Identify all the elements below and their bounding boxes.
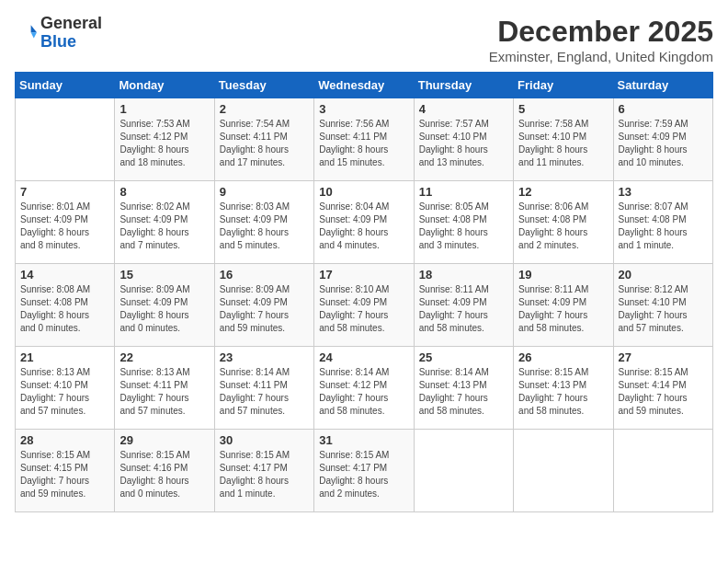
calendar-cell: 23Sunrise: 8:14 AMSunset: 4:11 PMDayligh… bbox=[214, 347, 313, 430]
calendar-cell: 28Sunrise: 8:15 AMSunset: 4:15 PMDayligh… bbox=[16, 430, 115, 512]
day-info: Sunrise: 8:09 AMSunset: 4:09 PMDaylight:… bbox=[220, 283, 309, 335]
day-info: Sunrise: 8:09 AMSunset: 4:09 PMDaylight:… bbox=[119, 283, 209, 335]
calendar-cell: 29Sunrise: 8:15 AMSunset: 4:16 PMDayligh… bbox=[115, 430, 214, 512]
calendar-cell: 25Sunrise: 8:14 AMSunset: 4:13 PMDayligh… bbox=[414, 347, 513, 430]
day-header-thursday: Thursday bbox=[414, 73, 513, 98]
day-info: Sunrise: 8:15 AMSunset: 4:14 PMDaylight:… bbox=[619, 366, 708, 418]
calendar-cell: 19Sunrise: 8:11 AMSunset: 4:09 PMDayligh… bbox=[514, 264, 613, 347]
calendar-cell: 27Sunrise: 8:15 AMSunset: 4:14 PMDayligh… bbox=[613, 347, 712, 430]
day-info: Sunrise: 8:03 AMSunset: 4:09 PMDaylight:… bbox=[220, 201, 309, 252]
calendar-week-row: 28Sunrise: 8:15 AMSunset: 4:15 PMDayligh… bbox=[16, 430, 713, 512]
day-number: 16 bbox=[220, 268, 309, 282]
day-info: Sunrise: 8:05 AMSunset: 4:08 PMDaylight:… bbox=[419, 201, 508, 252]
calendar-week-row: 14Sunrise: 8:08 AMSunset: 4:08 PMDayligh… bbox=[16, 264, 713, 347]
calendar-cell: 26Sunrise: 8:15 AMSunset: 4:13 PMDayligh… bbox=[514, 347, 613, 430]
calendar-week-row: 1Sunrise: 7:53 AMSunset: 4:12 PMDaylight… bbox=[16, 98, 713, 181]
day-number: 19 bbox=[518, 268, 608, 282]
calendar-cell: 4Sunrise: 7:57 AMSunset: 4:10 PMDaylight… bbox=[414, 98, 513, 181]
calendar-header-row: SundayMondayTuesdayWednesdayThursdayFrid… bbox=[16, 73, 713, 98]
calendar-cell: 7Sunrise: 8:01 AMSunset: 4:09 PMDaylight… bbox=[16, 181, 115, 264]
day-info: Sunrise: 8:13 AMSunset: 4:10 PMDaylight:… bbox=[20, 366, 109, 418]
svg-marker-1 bbox=[31, 32, 37, 38]
day-info: Sunrise: 8:13 AMSunset: 4:11 PMDaylight:… bbox=[119, 366, 209, 418]
calendar-cell bbox=[16, 98, 115, 181]
calendar-week-row: 21Sunrise: 8:13 AMSunset: 4:10 PMDayligh… bbox=[16, 347, 713, 430]
page-header: General Blue December 2025 Exminster, En… bbox=[15, 15, 713, 64]
day-info: Sunrise: 7:56 AMSunset: 4:11 PMDaylight:… bbox=[319, 118, 408, 169]
day-number: 20 bbox=[619, 268, 708, 282]
day-number: 28 bbox=[20, 433, 109, 447]
title-block: December 2025 Exminster, England, United… bbox=[489, 15, 713, 64]
day-number: 5 bbox=[518, 102, 608, 116]
day-number: 29 bbox=[119, 433, 209, 447]
calendar-cell: 12Sunrise: 8:06 AMSunset: 4:08 PMDayligh… bbox=[514, 181, 613, 264]
calendar-cell: 20Sunrise: 8:12 AMSunset: 4:10 PMDayligh… bbox=[613, 264, 712, 347]
calendar-cell: 30Sunrise: 8:15 AMSunset: 4:17 PMDayligh… bbox=[214, 430, 313, 512]
calendar-cell: 17Sunrise: 8:10 AMSunset: 4:09 PMDayligh… bbox=[314, 264, 414, 347]
day-info: Sunrise: 8:14 AMSunset: 4:13 PMDaylight:… bbox=[419, 366, 508, 418]
day-info: Sunrise: 8:15 AMSunset: 4:15 PMDaylight:… bbox=[20, 449, 109, 500]
day-info: Sunrise: 8:15 AMSunset: 4:17 PMDaylight:… bbox=[319, 449, 408, 500]
day-number: 26 bbox=[518, 350, 608, 364]
day-header-wednesday: Wednesday bbox=[314, 73, 414, 98]
calendar-cell: 1Sunrise: 7:53 AMSunset: 4:12 PMDaylight… bbox=[115, 98, 214, 181]
day-info: Sunrise: 8:12 AMSunset: 4:10 PMDaylight:… bbox=[619, 283, 708, 335]
day-number: 17 bbox=[319, 268, 408, 282]
day-number: 12 bbox=[518, 185, 608, 199]
calendar-cell: 31Sunrise: 8:15 AMSunset: 4:17 PMDayligh… bbox=[314, 430, 414, 512]
day-info: Sunrise: 7:57 AMSunset: 4:10 PMDaylight:… bbox=[419, 118, 508, 169]
day-info: Sunrise: 8:02 AMSunset: 4:09 PMDaylight:… bbox=[119, 201, 209, 252]
day-number: 31 bbox=[319, 433, 408, 447]
calendar-cell: 8Sunrise: 8:02 AMSunset: 4:09 PMDaylight… bbox=[115, 181, 214, 264]
calendar-week-row: 7Sunrise: 8:01 AMSunset: 4:09 PMDaylight… bbox=[16, 181, 713, 264]
day-number: 13 bbox=[619, 185, 708, 199]
day-info: Sunrise: 7:58 AMSunset: 4:10 PMDaylight:… bbox=[518, 118, 608, 169]
day-number: 8 bbox=[119, 185, 209, 199]
day-number: 3 bbox=[319, 102, 408, 116]
day-number: 25 bbox=[419, 350, 508, 364]
day-number: 21 bbox=[20, 350, 109, 364]
calendar-cell: 10Sunrise: 8:04 AMSunset: 4:09 PMDayligh… bbox=[314, 181, 414, 264]
logo-general: General bbox=[40, 14, 102, 32]
day-header-tuesday: Tuesday bbox=[214, 73, 313, 98]
day-number: 2 bbox=[220, 102, 309, 116]
day-number: 15 bbox=[119, 268, 209, 282]
calendar-cell: 9Sunrise: 8:03 AMSunset: 4:09 PMDaylight… bbox=[214, 181, 313, 264]
day-number: 7 bbox=[20, 185, 109, 199]
day-info: Sunrise: 8:08 AMSunset: 4:08 PMDaylight:… bbox=[20, 283, 109, 335]
day-info: Sunrise: 8:15 AMSunset: 4:17 PMDaylight:… bbox=[220, 449, 309, 500]
day-info: Sunrise: 8:07 AMSunset: 4:08 PMDaylight:… bbox=[619, 201, 708, 252]
calendar-cell bbox=[514, 430, 613, 512]
calendar-cell: 18Sunrise: 8:11 AMSunset: 4:09 PMDayligh… bbox=[414, 264, 513, 347]
logo-blue: Blue bbox=[40, 32, 76, 51]
calendar-cell bbox=[613, 430, 712, 512]
calendar-cell: 6Sunrise: 7:59 AMSunset: 4:09 PMDaylight… bbox=[613, 98, 712, 181]
day-info: Sunrise: 7:59 AMSunset: 4:09 PMDaylight:… bbox=[619, 118, 708, 169]
calendar-cell: 13Sunrise: 8:07 AMSunset: 4:08 PMDayligh… bbox=[613, 181, 712, 264]
day-info: Sunrise: 8:01 AMSunset: 4:09 PMDaylight:… bbox=[20, 201, 109, 252]
day-info: Sunrise: 8:11 AMSunset: 4:09 PMDaylight:… bbox=[518, 283, 608, 335]
day-number: 1 bbox=[119, 102, 209, 116]
calendar-cell: 5Sunrise: 7:58 AMSunset: 4:10 PMDaylight… bbox=[514, 98, 613, 181]
day-number: 14 bbox=[20, 268, 109, 282]
day-info: Sunrise: 7:54 AMSunset: 4:11 PMDaylight:… bbox=[220, 118, 309, 169]
calendar-cell: 16Sunrise: 8:09 AMSunset: 4:09 PMDayligh… bbox=[214, 264, 313, 347]
calendar-cell: 22Sunrise: 8:13 AMSunset: 4:11 PMDayligh… bbox=[115, 347, 214, 430]
day-header-friday: Friday bbox=[514, 73, 613, 98]
logo: General Blue bbox=[15, 15, 102, 52]
day-number: 27 bbox=[619, 350, 708, 364]
day-header-saturday: Saturday bbox=[613, 73, 712, 98]
logo-icon bbox=[15, 22, 37, 44]
day-info: Sunrise: 8:14 AMSunset: 4:12 PMDaylight:… bbox=[319, 366, 408, 418]
day-info: Sunrise: 7:53 AMSunset: 4:12 PMDaylight:… bbox=[119, 118, 209, 169]
calendar-cell: 2Sunrise: 7:54 AMSunset: 4:11 PMDaylight… bbox=[214, 98, 313, 181]
day-info: Sunrise: 8:10 AMSunset: 4:09 PMDaylight:… bbox=[319, 283, 408, 335]
day-number: 11 bbox=[419, 185, 508, 199]
day-number: 23 bbox=[220, 350, 309, 364]
calendar-cell: 21Sunrise: 8:13 AMSunset: 4:10 PMDayligh… bbox=[16, 347, 115, 430]
svg-marker-0 bbox=[31, 25, 37, 32]
day-number: 4 bbox=[419, 102, 508, 116]
day-number: 6 bbox=[619, 102, 708, 116]
calendar-table: SundayMondayTuesdayWednesdayThursdayFrid… bbox=[15, 72, 713, 512]
calendar-cell: 14Sunrise: 8:08 AMSunset: 4:08 PMDayligh… bbox=[16, 264, 115, 347]
